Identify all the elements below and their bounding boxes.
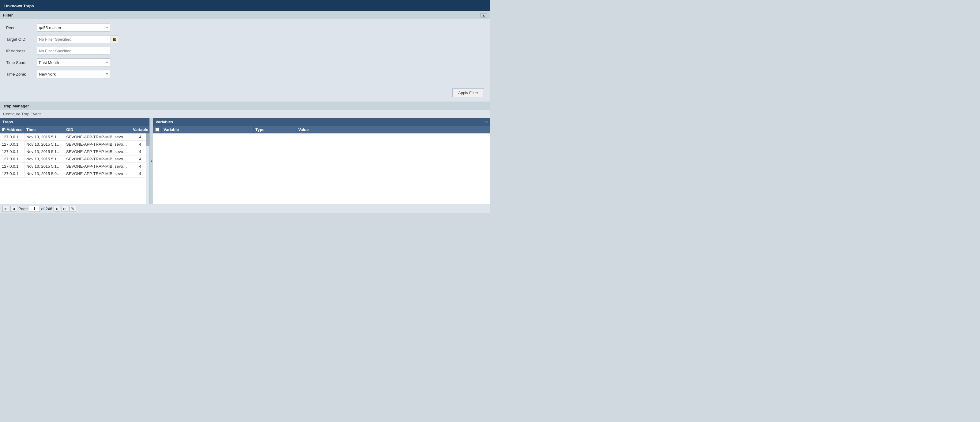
trap-cell-time: Nov 13, 2015 5:14:39...: [24, 141, 64, 148]
col-header-time: Time: [24, 126, 64, 133]
col-header-varnum: Variable Number: [131, 126, 150, 133]
trap-cell-oid: SEVONE-APP-TRAP-MIB::sevoneTrapNotificat…: [64, 141, 131, 148]
var-col-cb-header: [153, 126, 162, 133]
trap-cell-oid: SEVONE-APP-TRAP-MIB::sevoneTrapNotificat…: [64, 155, 131, 162]
variables-column-headers: Variable Type Value: [153, 126, 490, 133]
trap-cell-time: Nov 13, 2015 5:10:29...: [24, 163, 64, 170]
trap-manager-section: Trap Manager Configure Trap Event Traps …: [0, 102, 490, 213]
traps-body: 127.0.0.1 Nov 13, 2015 5:15:39... SEVONE…: [0, 133, 150, 204]
time-zone-select[interactable]: New YorkUTC: [37, 70, 110, 78]
trap-cell-oid: SEVONE-APP-TRAP-MIB::sevoneTrapNotificat…: [64, 170, 131, 177]
ip-address-input[interactable]: [37, 47, 110, 55]
panel-divider[interactable]: ▶: [150, 118, 153, 204]
next-page-button[interactable]: ▶: [54, 206, 60, 212]
target-oid-row: Target OID: ⊞: [6, 35, 484, 43]
refresh-button[interactable]: ↻: [70, 206, 76, 212]
filter-section-label: Filter: [3, 13, 13, 17]
table-row[interactable]: 127.0.0.1 Nov 13, 2015 5:10:29... SEVONE…: [0, 163, 150, 170]
variables-body: [153, 133, 490, 204]
oid-picker-button[interactable]: ⊞: [111, 35, 118, 43]
page-title: Unknown Traps: [4, 4, 34, 8]
filter-section: Filter ▲ Peer: qa55-master Target OID: ⊞…: [0, 11, 490, 102]
ip-address-row: IP Address:: [6, 47, 484, 55]
time-zone-row: Time Zone: New YorkUTC: [6, 70, 484, 78]
trap-manager-label: Trap Manager: [3, 104, 29, 108]
peer-select-wrap: qa55-master: [37, 24, 110, 32]
variables-panel: Variables ⊞ Variable Type Value: [153, 118, 490, 204]
trap-cell-ip: 127.0.0.1: [0, 133, 24, 140]
variables-header-row: Variables ⊞: [153, 118, 490, 126]
var-col-variable-header: Variable: [162, 126, 254, 133]
var-select-all-checkbox[interactable]: [155, 128, 159, 132]
time-span-select[interactable]: Past MonthPast WeekPast DayPast Hour: [37, 59, 110, 67]
trap-cell-ip: 127.0.0.1: [0, 170, 24, 177]
variables-expand-button[interactable]: ⊞: [485, 120, 488, 124]
trap-cell-time: Nov 13, 2015 5:13:19...: [24, 148, 64, 155]
trap-cell-time: Nov 13, 2015 5:11:49...: [24, 155, 64, 162]
pagination-bar: ⏮ ◀ Page of 246 ▶ ⏭ ↻: [0, 204, 490, 213]
variables-header-label: Variables: [156, 120, 173, 124]
trap-cell-time: Nov 13, 2015 5:15:39...: [24, 133, 64, 140]
configure-trap-label: Configure Trap Event: [3, 112, 41, 116]
trap-cell-oid: SEVONE-APP-TRAP-MIB::sevoneTrapNotificat…: [64, 163, 131, 170]
last-page-button[interactable]: ⏭: [62, 206, 68, 212]
peer-row: Peer: qa55-master: [6, 24, 484, 32]
table-row[interactable]: 127.0.0.1 Nov 13, 2015 5:13:19... SEVONE…: [0, 148, 150, 155]
trap-cell-oid: SEVONE-APP-TRAP-MIB::sevoneTrapNotificat…: [64, 148, 131, 155]
trap-cell-ip: 127.0.0.1: [0, 148, 24, 155]
divider-arrow-icon: ▶: [151, 159, 153, 162]
title-bar: Unknown Traps: [0, 0, 490, 11]
oid-picker-icon: ⊞: [113, 37, 116, 41]
trap-cell-time: Nov 13, 2015 5:09:09...: [24, 170, 64, 177]
time-zone-select-wrap: New YorkUTC: [37, 70, 110, 78]
traps-panel: Traps IP Address Time OID Variable Numbe…: [0, 118, 150, 204]
trap-cell-ip: 127.0.0.1: [0, 163, 24, 170]
traps-header: Traps: [0, 118, 150, 126]
filter-actions: Apply Filter: [0, 86, 490, 102]
table-row[interactable]: 127.0.0.1 Nov 13, 2015 5:09:09... SEVONE…: [0, 170, 150, 178]
trap-cell-ip: 127.0.0.1: [0, 155, 24, 162]
page-number-input[interactable]: [29, 206, 40, 212]
time-zone-label: Time Zone:: [6, 72, 37, 76]
table-row[interactable]: 127.0.0.1 Nov 13, 2015 5:14:39... SEVONE…: [0, 141, 150, 148]
table-row[interactable]: 127.0.0.1 Nov 13, 2015 5:15:39... SEVONE…: [0, 133, 150, 141]
filter-collapse-button[interactable]: ▲: [480, 13, 487, 17]
var-col-value-header: Value: [296, 126, 490, 133]
trap-manager-header: Trap Manager: [0, 102, 490, 110]
target-oid-input[interactable]: [37, 35, 110, 43]
target-oid-input-wrap: ⊞: [37, 35, 118, 43]
ip-address-label: IP Address:: [6, 49, 37, 53]
var-col-type-header: Type: [254, 126, 296, 133]
table-row[interactable]: 127.0.0.1 Nov 13, 2015 5:11:49... SEVONE…: [0, 155, 150, 163]
time-span-row: Time Span: Past MonthPast WeekPast DayPa…: [6, 59, 484, 67]
page-label: Page: [18, 206, 27, 211]
trap-rows-container: 127.0.0.1 Nov 13, 2015 5:15:39... SEVONE…: [0, 133, 150, 178]
scrollbar-thumb[interactable]: [146, 133, 150, 146]
peer-label: Peer:: [6, 25, 37, 30]
target-oid-label: Target OID:: [6, 37, 37, 41]
time-span-select-wrap: Past MonthPast WeekPast DayPast Hour: [37, 59, 110, 67]
col-header-oid: OID: [64, 126, 131, 133]
time-span-label: Time Span:: [6, 60, 37, 65]
configure-trap-event[interactable]: Configure Trap Event: [0, 110, 490, 118]
col-header-ip: IP Address: [0, 126, 24, 133]
tables-container: Traps IP Address Time OID Variable Numbe…: [0, 118, 490, 204]
trap-cell-ip: 127.0.0.1: [0, 141, 24, 148]
traps-header-label: Traps: [2, 120, 13, 124]
apply-filter-button[interactable]: Apply Filter: [452, 89, 484, 97]
total-pages-label: of 246: [41, 206, 52, 211]
traps-column-headers: IP Address Time OID Variable Number: [0, 126, 150, 133]
first-page-button[interactable]: ⏮: [2, 206, 9, 212]
peer-select[interactable]: qa55-master: [37, 24, 110, 32]
prev-page-button[interactable]: ◀: [10, 206, 17, 212]
filter-body: Peer: qa55-master Target OID: ⊞ IP Addre…: [0, 19, 490, 86]
trap-cell-oid: SEVONE-APP-TRAP-MIB::sevoneTrapNotificat…: [64, 133, 131, 140]
filter-section-header: Filter ▲: [0, 11, 490, 19]
scrollbar-track[interactable]: [146, 133, 150, 204]
